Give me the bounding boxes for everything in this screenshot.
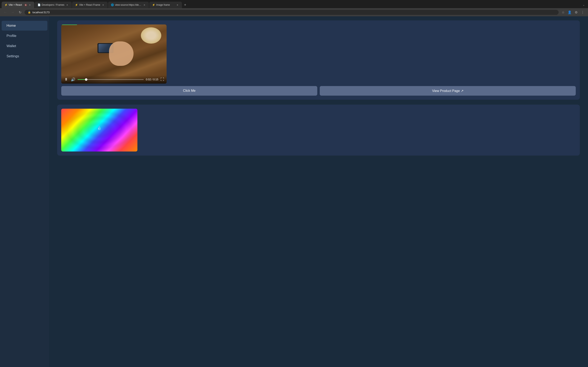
video-progress-bar[interactable] bbox=[78, 79, 144, 80]
tab-view-source[interactable]: 🌐 view-source:https://demofra... ✕ bbox=[108, 2, 149, 8]
hand-overlay bbox=[109, 42, 134, 66]
sidebar: Home Profile Wallet Settings bbox=[0, 16, 49, 367]
sidebar-label-wallet: Wallet bbox=[7, 44, 16, 48]
water-drop-icon: 💧 bbox=[97, 125, 102, 130]
video-placeholder: ⏸ 🔊 0:02 / 0:15 bbox=[61, 25, 167, 83]
tab-favicon-4: 🌐 bbox=[111, 3, 114, 6]
tab-vite-react[interactable]: ⚡ Vite + React 🔇 ✕ bbox=[2, 2, 34, 8]
menu-button[interactable]: ⋮ bbox=[580, 9, 586, 15]
sidebar-item-settings[interactable]: Settings bbox=[2, 51, 47, 61]
image-frame-card: 💧 bbox=[57, 105, 580, 156]
address-text: localhost:5173 bbox=[33, 11, 555, 14]
nav-actions: ☆ 👤 ⚙ ⋮ bbox=[560, 9, 586, 15]
pause-icon: ⏸ bbox=[64, 77, 68, 82]
video-progress-overlay bbox=[61, 25, 77, 25]
tab-bar: ⚡ Vite + React 🔇 ✕ 📄 Developers / Frames… bbox=[0, 0, 588, 8]
fullscreen-button[interactable]: ⛶ bbox=[160, 77, 164, 82]
main-content: ⏸ 🔊 0:02 / 0:15 bbox=[49, 16, 588, 367]
sidebar-label-profile: Profile bbox=[7, 34, 16, 38]
refresh-button[interactable]: ↻ bbox=[17, 9, 23, 15]
tab-title-5: Image frame bbox=[156, 3, 174, 6]
app-layout: Home Profile Wallet Settings bbox=[0, 16, 588, 367]
forward-button[interactable]: → bbox=[10, 9, 16, 15]
new-tab-button[interactable]: + bbox=[182, 2, 188, 8]
current-time: 0:02 bbox=[146, 78, 151, 81]
back-button[interactable]: ← bbox=[2, 9, 8, 15]
sidebar-item-home[interactable]: Home bbox=[2, 21, 47, 31]
tab-close-1[interactable]: ✕ bbox=[28, 3, 31, 7]
sidebar-item-profile[interactable]: Profile bbox=[2, 31, 47, 41]
navigation-bar: ← → ↻ 🔒 localhost:5173 ☆ 👤 ⚙ ⋮ bbox=[0, 8, 588, 16]
tab-close-4[interactable]: ✕ bbox=[143, 3, 146, 7]
image-frame-container: 💧 bbox=[61, 109, 138, 151]
bookmark-button[interactable]: ☆ bbox=[560, 9, 566, 15]
profile-button[interactable]: 👤 bbox=[567, 9, 572, 15]
tab-favicon-5: ⚡ bbox=[152, 3, 155, 6]
video-controls: ⏸ 🔊 0:02 / 0:15 bbox=[61, 75, 167, 83]
address-bar[interactable]: 🔒 localhost:5173 bbox=[25, 10, 559, 15]
frame-buttons: Click Me View Product Page ↗ bbox=[61, 86, 576, 96]
tab-favicon-3: ⚡ bbox=[75, 3, 78, 6]
tab-close-3[interactable]: ✕ bbox=[102, 3, 105, 7]
browser-chrome: ⚡ Vite + React 🔇 ✕ 📄 Developers / Frames… bbox=[0, 0, 588, 16]
tab-close-2[interactable]: ✕ bbox=[66, 3, 69, 7]
time-display: 0:02 / 0:15 bbox=[146, 78, 158, 81]
tab-title-4: view-source:https://demofra... bbox=[115, 3, 141, 6]
tab-mute-icon[interactable]: 🔇 bbox=[25, 4, 27, 6]
tab-overflow-button[interactable]: ⌄ bbox=[581, 3, 586, 7]
extension-button[interactable]: ⚙ bbox=[573, 9, 579, 15]
colorful-water-ripple-image: 💧 bbox=[61, 109, 138, 151]
volume-icon: 🔊 bbox=[71, 77, 75, 82]
view-product-page-button[interactable]: View Product Page ↗ bbox=[320, 86, 576, 96]
tab-developers-frames[interactable]: 📄 Developers / Frames ✕ bbox=[35, 2, 72, 8]
tab-title-3: Vite + React Frame bbox=[79, 3, 100, 6]
video-container[interactable]: ⏸ 🔊 0:02 / 0:15 bbox=[61, 25, 167, 83]
volume-button[interactable]: 🔊 bbox=[71, 77, 76, 82]
video-background bbox=[61, 25, 167, 83]
progress-thumb bbox=[85, 78, 87, 81]
address-lock-icon: 🔒 bbox=[28, 11, 31, 14]
tab-image-frame[interactable]: ⚡ Image frame ✕ bbox=[149, 2, 182, 8]
tab-favicon-1: ⚡ bbox=[4, 3, 7, 6]
tab-title-1: Vite + React bbox=[9, 3, 23, 6]
tab-favicon-2: 📄 bbox=[38, 3, 40, 6]
video-frame-card: ⏸ 🔊 0:02 / 0:15 bbox=[57, 20, 580, 100]
total-time: 0:15 bbox=[153, 78, 158, 81]
tab-title-2: Developers / Frames bbox=[42, 3, 64, 6]
pause-button[interactable]: ⏸ bbox=[64, 77, 69, 82]
tab-vite-react-frame[interactable]: ⚡ Vite + React Frame ✕ bbox=[72, 2, 108, 8]
tab-close-5[interactable]: ✕ bbox=[176, 3, 179, 7]
click-me-button[interactable]: Click Me bbox=[61, 86, 317, 96]
sidebar-label-settings: Settings bbox=[7, 54, 19, 58]
sidebar-item-wallet[interactable]: Wallet bbox=[2, 41, 47, 51]
chips-bowl bbox=[141, 27, 161, 44]
sidebar-label-home: Home bbox=[7, 24, 16, 27]
